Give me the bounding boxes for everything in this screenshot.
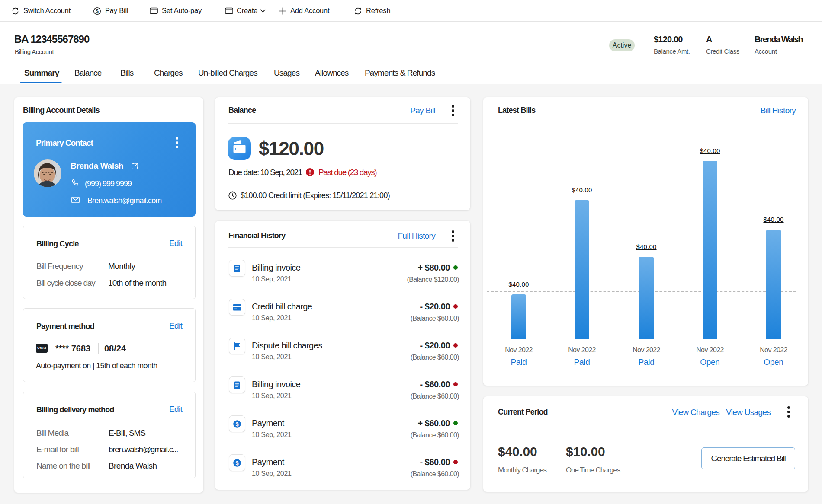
svg-text:$: $ <box>235 421 239 427</box>
svg-text:$: $ <box>235 459 239 466</box>
svg-text:$: $ <box>96 8 99 14</box>
